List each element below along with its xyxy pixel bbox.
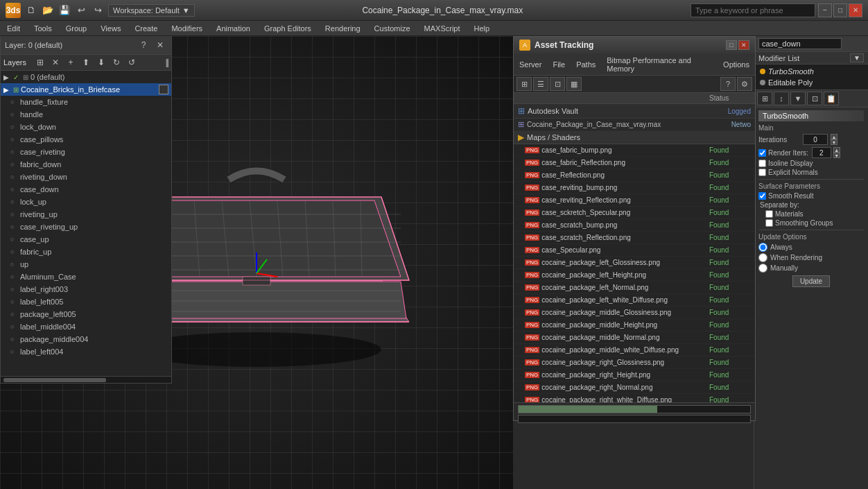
rp-select-btn[interactable]: ▼ xyxy=(790,92,806,105)
layer-item[interactable]: ○ fabric_up xyxy=(1,246,171,258)
layer-sort-btn[interactable]: ↻ xyxy=(110,56,123,69)
asset-file-row[interactable]: PNG case_reviting_bump.png Found xyxy=(514,182,755,194)
asset-tb-table[interactable]: ▦ xyxy=(566,77,582,91)
ts-update-button[interactable]: Update xyxy=(792,275,830,287)
layer-item[interactable]: ○ case_up xyxy=(1,233,171,246)
layer-item[interactable]: ○ package_left005 xyxy=(1,308,171,320)
open-btn[interactable]: 📂 xyxy=(40,3,55,18)
asset-menu-file[interactable]: File xyxy=(547,58,571,71)
modifier-list-dropdown[interactable]: ▼ xyxy=(850,53,864,62)
layer-item[interactable]: ○ up xyxy=(1,258,171,271)
rp-pin-btn[interactable]: ⊞ xyxy=(757,92,772,105)
asset-menu-paths[interactable]: Paths xyxy=(571,58,601,71)
ts-explicit-cb[interactable] xyxy=(758,169,766,176)
layer-item[interactable]: ○ riveting_up xyxy=(1,208,171,221)
asset-file-row[interactable]: PNG case_scratch_Reflection.png Found xyxy=(514,232,755,244)
asset-file-row[interactable]: PNG cocaine_package_left_Normal.png Foun… xyxy=(514,282,755,294)
menu-group[interactable]: Group xyxy=(59,21,94,36)
layer-filter-btn[interactable]: ↺ xyxy=(125,56,139,69)
ts-always-radio[interactable] xyxy=(758,243,767,252)
asset-file-row[interactable]: PNG case_scratch_bump.png Found xyxy=(514,219,755,232)
layer-move-down-btn[interactable]: ⬇ xyxy=(94,56,108,69)
redo-btn[interactable]: ↪ xyxy=(90,3,105,18)
ts-render-up[interactable]: ▲ xyxy=(833,147,840,153)
asset-tb-help[interactable]: ? xyxy=(720,77,736,91)
asset-file-row[interactable]: PNG cocaine_package_middle_Normal.png Fo… xyxy=(514,332,755,344)
rp-move-btn[interactable]: ↕ xyxy=(774,92,789,105)
asset-file-row[interactable]: PNG cocaine_package_right_Glossiness.png… xyxy=(514,357,755,369)
ts-materials-cb[interactable] xyxy=(765,210,773,218)
layer-item[interactable]: ○ lock_down xyxy=(1,121,171,133)
layer-item[interactable]: ○ handle_fixture xyxy=(1,96,171,108)
asset-file-row[interactable]: PNG case_fabric_Reflection.png Found xyxy=(514,157,755,169)
layer-item[interactable]: ○ handle xyxy=(1,108,171,121)
layer-item[interactable]: ○ label_left005 xyxy=(1,295,171,308)
menu-customize[interactable]: Customize xyxy=(367,21,417,36)
ts-manually-radio[interactable] xyxy=(758,264,767,273)
asset-search-bar[interactable] xyxy=(518,415,751,423)
menu-create[interactable]: Create xyxy=(128,21,164,36)
asset-file-row[interactable]: PNG cocaine_package_left_white_Diffuse.p… xyxy=(514,294,755,307)
layer-item[interactable]: ▶ ✓ ⊞ 0 (default) xyxy=(1,71,171,83)
asset-file-row[interactable]: PNG cocaine_package_left_Height.png Foun… xyxy=(514,269,755,282)
layers-scrollbar-h[interactable] xyxy=(1,376,171,383)
layer-delete-btn[interactable]: ✕ xyxy=(49,56,62,69)
asset-file-row[interactable]: PNG case_Reflection.png Found xyxy=(514,169,755,182)
asset-file-list[interactable]: ⊞ Autodesk Vault Logged ⊞ Cocaine_Packag… xyxy=(514,104,755,402)
menu-tools[interactable]: Tools xyxy=(27,21,59,36)
ts-render-down[interactable]: ▼ xyxy=(833,153,840,158)
menu-edit[interactable]: Edit xyxy=(0,21,27,36)
asset-menu-bitmap-perf[interactable]: Bitmap Performance and Memory xyxy=(601,54,718,75)
layers-help-btn[interactable]: ? xyxy=(137,39,150,51)
close-btn[interactable]: ✕ xyxy=(849,3,862,17)
asset-file-row[interactable]: PNG case_reviting_Reflection.png Found xyxy=(514,194,755,207)
modifier-editable-poly[interactable]: Editable Poly xyxy=(756,77,867,88)
rp-copy-btn[interactable]: 📋 xyxy=(824,92,839,105)
asset-tb-settings[interactable]: ⚙ xyxy=(737,77,752,91)
asset-menu-options[interactable]: Options xyxy=(718,58,755,71)
undo-btn[interactable]: ↩ xyxy=(73,3,89,18)
layer-item[interactable]: ○ package_middle004 xyxy=(1,333,171,345)
asset-file-row[interactable]: PNG case_Specular.png Found xyxy=(514,244,755,257)
minimize-btn[interactable]: − xyxy=(818,3,832,17)
asset-file-row[interactable]: PNG cocaine_package_middle_Height.png Fo… xyxy=(514,319,755,332)
asset-tb-list[interactable]: ☰ xyxy=(533,77,548,91)
asset-file-row[interactable]: PNG cocaine_package_right_Height.png Fou… xyxy=(514,369,755,381)
layer-new-btn[interactable]: ⊞ xyxy=(33,56,47,69)
layer-item[interactable]: ○ riveting_down xyxy=(1,171,171,183)
menu-animation[interactable]: Animation xyxy=(209,21,257,36)
ts-when-rendering-radio[interactable] xyxy=(758,253,767,262)
asset-file-row[interactable]: PNG cocaine_package_right_white_Diffuse.… xyxy=(514,394,755,402)
asset-close-btn[interactable]: ✕ xyxy=(738,40,749,50)
layer-item[interactable]: ○ Aluminum_Case xyxy=(1,271,171,283)
ts-iter-up[interactable]: ▲ xyxy=(831,134,837,139)
asset-tb-grid[interactable]: ⊡ xyxy=(550,77,565,91)
layer-item[interactable]: ○ case_pillows xyxy=(1,133,171,146)
ts-smooth-result-cb[interactable] xyxy=(758,192,766,200)
maximize-btn[interactable]: □ xyxy=(833,3,847,17)
layer-item[interactable]: ○ label_right003 xyxy=(1,283,171,295)
rp-configure-btn[interactable]: ⊡ xyxy=(807,92,822,105)
modifier-turbosmooth[interactable]: TurboSmooth xyxy=(756,66,867,77)
layers-close-btn[interactable]: ✕ xyxy=(153,39,167,51)
layer-item[interactable]: ▶ ⊞ Cocaine_Bricks_in_Briefcase xyxy=(1,83,171,96)
menu-help[interactable]: Help xyxy=(467,21,497,36)
max-file-row[interactable]: ⊞ Cocaine_Package_in_Case_max_vray.max N… xyxy=(514,119,755,131)
layer-item[interactable]: ○ lock_up xyxy=(1,196,171,208)
menu-modifiers[interactable]: Modifiers xyxy=(164,21,209,36)
menu-maxscript[interactable]: MAXScript xyxy=(417,21,467,36)
layer-item[interactable]: ○ fabric_down xyxy=(1,158,171,171)
ts-isoline-cb[interactable] xyxy=(758,160,766,167)
layer-item[interactable]: ○ case_riveting xyxy=(1,146,171,158)
layer-item[interactable]: ○ label_middle004 xyxy=(1,320,171,333)
asset-file-row[interactable]: PNG cocaine_package_middle_Glossiness.pn… xyxy=(514,307,755,319)
asset-file-row[interactable]: PNG cocaine_package_left_Glossiness.png … xyxy=(514,257,755,269)
asset-tb-new[interactable]: ⊞ xyxy=(517,77,532,91)
menu-rendering[interactable]: Rendering xyxy=(318,21,367,36)
layer-item[interactable]: ○ label_left004 xyxy=(1,345,171,358)
workspace-dropdown[interactable]: Workspace: Default ▼ xyxy=(108,4,195,17)
asset-file-row[interactable]: PNG case_sckretch_Specular.png Found xyxy=(514,207,755,219)
new-btn[interactable]: 🗋 xyxy=(24,3,39,18)
layer-item[interactable]: ○ case_riveting_up xyxy=(1,221,171,233)
menu-graph-editors[interactable]: Graph Editors xyxy=(257,21,318,36)
